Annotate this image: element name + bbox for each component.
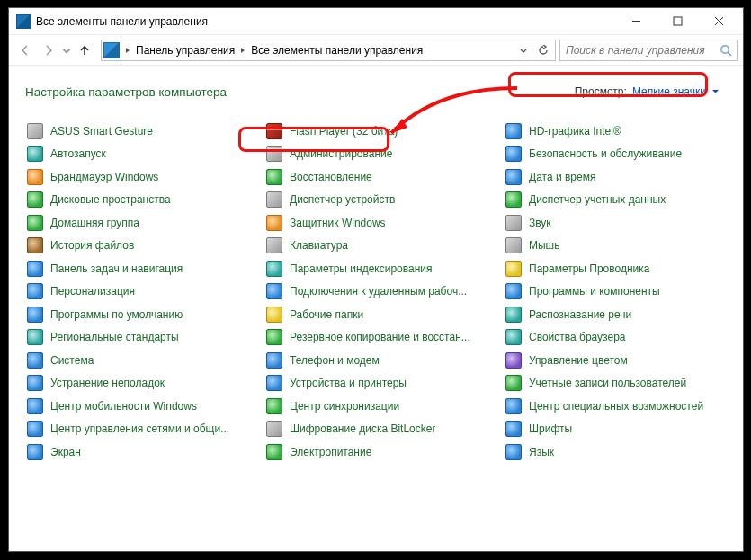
search-icon[interactable]	[719, 43, 733, 58]
cp-item[interactable]: Панель задач и навигация	[25, 257, 248, 280]
cp-item[interactable]: Автозапуск	[25, 143, 248, 166]
cp-item[interactable]: Flash Player (32 бита)	[264, 120, 487, 143]
cp-item-label: Система	[50, 354, 94, 367]
breadcrumb-1[interactable]: Панель управления	[136, 44, 235, 57]
cp-item[interactable]: Программы по умолчанию	[25, 303, 248, 326]
cp-item[interactable]: Региональные стандарты	[25, 326, 248, 350]
cp-item[interactable]: Электропитание	[264, 440, 487, 464]
cp-item[interactable]: Подключения к удаленным рабоч...	[264, 280, 487, 304]
close-button[interactable]	[698, 8, 739, 35]
cp-item[interactable]: Шифрование диска BitLocker	[264, 418, 487, 441]
cp-item[interactable]: Администрирование	[264, 143, 487, 166]
cp-item[interactable]: Безопасность и обслуживание	[504, 143, 727, 166]
cp-item-label: История файлов	[50, 239, 134, 252]
cp-item-label: Учетные записи пользователей	[529, 377, 686, 389]
cp-item[interactable]: Параметры Проводника	[504, 257, 727, 280]
history-dropdown[interactable]	[61, 40, 72, 61]
cp-item[interactable]: Дисковые пространства	[25, 189, 248, 212]
search-input[interactable]	[564, 43, 719, 58]
cp-item[interactable]: Центр специальных возможностей	[504, 395, 727, 418]
forward-button[interactable]	[38, 40, 59, 61]
titlebar: Все элементы панели управления	[9, 8, 743, 35]
cp-item[interactable]: Центр синхронизации	[264, 395, 487, 418]
view-switcher[interactable]: Просмотр: Мелкие значки	[568, 82, 727, 102]
cp-item-icon	[27, 307, 43, 323]
cp-item[interactable]: Домашняя группа	[25, 211, 248, 235]
up-button[interactable]	[74, 40, 95, 61]
header-row: Настройка параметров компьютера Просмотр…	[25, 82, 727, 102]
cp-item[interactable]: Резервное копирование и восстан...	[264, 326, 487, 350]
refresh-button[interactable]	[533, 40, 553, 60]
cp-item-icon	[505, 398, 522, 414]
cp-item-icon	[27, 375, 43, 391]
cp-item[interactable]: Система	[25, 349, 248, 372]
cp-item-label: Распознавание речи	[529, 308, 631, 321]
cp-item[interactable]: ASUS Smart Gesture	[25, 120, 248, 143]
cp-item-label: Брандмауэр Windows	[50, 171, 158, 183]
chevron-right-icon[interactable]	[121, 40, 134, 60]
cp-item-label: Панель задач и навигация	[50, 262, 183, 275]
cp-item[interactable]: Учетные записи пользователей	[504, 372, 727, 396]
cp-item-label: Восстановление	[290, 171, 372, 183]
cp-item-label: Язык	[529, 446, 554, 458]
cp-item-label: Звук	[529, 217, 551, 229]
cp-item-label: Резервное копирование и восстан...	[290, 331, 470, 343]
cp-item[interactable]: Параметры индексирования	[264, 257, 487, 280]
cp-item[interactable]: Звук	[504, 211, 727, 235]
cp-item[interactable]: Программы и компоненты	[504, 280, 727, 304]
cp-item[interactable]: Центр управления сетями и общи...	[25, 418, 248, 441]
cp-item[interactable]: Устранение неполадок	[25, 372, 248, 396]
cp-item-label: Персонализация	[50, 285, 135, 298]
cp-item[interactable]: История файлов	[25, 235, 248, 258]
cp-item-icon	[505, 191, 522, 208]
cp-item[interactable]: Брандмауэр Windows	[25, 165, 248, 189]
cp-item-icon	[266, 191, 282, 208]
search-box[interactable]	[559, 40, 738, 61]
cp-item[interactable]: Экран	[25, 440, 248, 464]
cp-item-icon	[505, 169, 522, 185]
cp-item[interactable]: Свойства браузера	[504, 326, 727, 350]
cp-item[interactable]: Язык	[504, 440, 727, 464]
cp-item-label: Flash Player (32 бита)	[290, 125, 398, 138]
cp-item[interactable]: Клавиатура	[264, 235, 487, 258]
cp-item[interactable]: Управление цветом	[504, 349, 727, 372]
cp-item[interactable]: Распознавание речи	[504, 303, 727, 326]
minimize-button[interactable]	[615, 8, 657, 35]
cp-item-label: Шрифты	[529, 422, 572, 435]
address-bar[interactable]: Панель управления Все элементы панели уп…	[101, 40, 556, 61]
cp-item-label: Экран	[50, 446, 81, 458]
cp-item[interactable]: Дата и время	[504, 165, 727, 189]
cp-item-icon	[505, 444, 522, 460]
cp-item-icon	[266, 169, 282, 185]
chevron-right-icon[interactable]	[237, 40, 249, 60]
cp-item-icon	[27, 352, 43, 369]
window-buttons	[615, 8, 739, 35]
cp-item-label: Диспетчер устройств	[290, 193, 395, 206]
cp-item[interactable]: Защитник Windows	[264, 211, 487, 235]
cp-item-icon	[505, 329, 522, 345]
cp-item[interactable]: Персонализация	[25, 280, 248, 304]
cp-item[interactable]: HD-графика Intel®	[504, 120, 727, 143]
cp-item[interactable]: Рабочие папки	[264, 303, 487, 326]
cp-item[interactable]: Диспетчер устройств	[264, 189, 487, 212]
cp-item-icon	[27, 444, 43, 460]
cp-item-label: Программы и компоненты	[529, 285, 660, 298]
cp-item-icon	[505, 123, 522, 139]
cp-item-label: Администрирование	[290, 147, 392, 160]
cp-item[interactable]: Центр мобильности Windows	[25, 395, 248, 418]
cp-item-label: Программы по умолчанию	[50, 308, 183, 321]
cp-item[interactable]: Телефон и модем	[264, 349, 487, 372]
cp-item[interactable]: Шрифты	[504, 418, 727, 441]
cp-item[interactable]: Диспетчер учетных данных	[504, 189, 727, 212]
address-dropdown[interactable]	[514, 40, 533, 60]
cp-item-icon	[266, 123, 282, 139]
breadcrumb-2[interactable]: Все элементы панели управления	[251, 44, 423, 57]
maximize-button[interactable]	[657, 8, 698, 35]
cp-item-icon	[505, 375, 522, 391]
cp-item-icon	[505, 283, 522, 299]
cp-item[interactable]: Устройства и принтеры	[264, 372, 487, 396]
navbar: Панель управления Все элементы панели уп…	[9, 35, 743, 66]
back-button[interactable]	[14, 40, 36, 61]
cp-item[interactable]: Мышь	[504, 235, 727, 258]
cp-item[interactable]: Восстановление	[264, 165, 487, 189]
